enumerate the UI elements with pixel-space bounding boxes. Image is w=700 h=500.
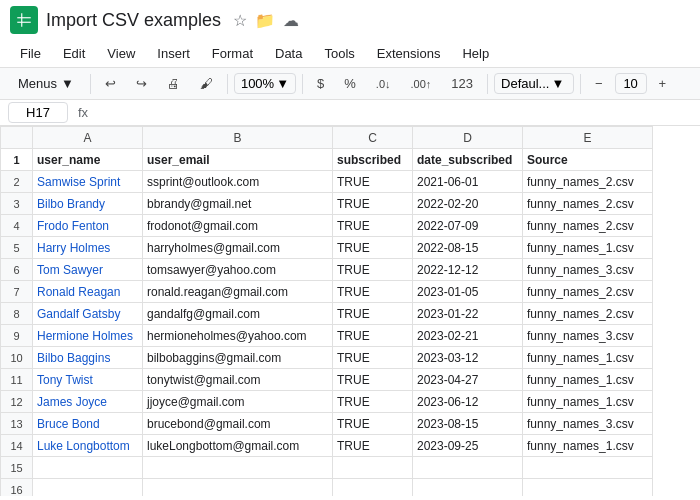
cell-e7[interactable]: funny_names_2.csv: [523, 281, 653, 303]
cell-b12[interactable]: jjoyce@gmail.com: [143, 391, 333, 413]
cell-b8[interactable]: gandalfg@gmail.com: [143, 303, 333, 325]
cell-b5[interactable]: harryholmes@gmail.com: [143, 237, 333, 259]
cell-c10[interactable]: TRUE: [333, 347, 413, 369]
undo-button[interactable]: ↩: [97, 72, 124, 95]
cell-a12[interactable]: James Joyce: [33, 391, 143, 413]
menu-edit[interactable]: Edit: [53, 42, 95, 65]
cell-e6[interactable]: funny_names_3.csv: [523, 259, 653, 281]
menu-help[interactable]: Help: [452, 42, 499, 65]
cell-a1[interactable]: user_name: [33, 149, 143, 171]
cell-c9[interactable]: TRUE: [333, 325, 413, 347]
dec-increase-button[interactable]: .00↑: [403, 74, 440, 94]
cell-a2[interactable]: Samwise Sprint: [33, 171, 143, 193]
cell-c13[interactable]: TRUE: [333, 413, 413, 435]
cell-c5[interactable]: TRUE: [333, 237, 413, 259]
cell-b14[interactable]: lukeLongbottom@gmail.com: [143, 435, 333, 457]
cell-c6[interactable]: TRUE: [333, 259, 413, 281]
star-icon[interactable]: ☆: [233, 11, 247, 30]
cell-d15[interactable]: [413, 457, 523, 479]
cell-b4[interactable]: frodonot@gmail.com: [143, 215, 333, 237]
cell-e8[interactable]: funny_names_2.csv: [523, 303, 653, 325]
cell-e4[interactable]: funny_names_2.csv: [523, 215, 653, 237]
cell-c16[interactable]: [333, 479, 413, 497]
col-header-e[interactable]: E: [523, 127, 653, 149]
cell-e1[interactable]: Source: [523, 149, 653, 171]
cell-e3[interactable]: funny_names_2.csv: [523, 193, 653, 215]
cell-b10[interactable]: bilbobaggins@gmail.com: [143, 347, 333, 369]
cell-c4[interactable]: TRUE: [333, 215, 413, 237]
font-size-increase-button[interactable]: +: [651, 72, 675, 95]
menu-format[interactable]: Format: [202, 42, 263, 65]
cell-c2[interactable]: TRUE: [333, 171, 413, 193]
cell-c7[interactable]: TRUE: [333, 281, 413, 303]
cell-d11[interactable]: 2023-04-27: [413, 369, 523, 391]
cell-b9[interactable]: hermioneholmes@yahoo.com: [143, 325, 333, 347]
cell-d5[interactable]: 2022-08-15: [413, 237, 523, 259]
font-selector[interactable]: Defaul... ▼: [494, 73, 574, 94]
cell-c1[interactable]: subscribed: [333, 149, 413, 171]
cell-b6[interactable]: tomsawyer@yahoo.com: [143, 259, 333, 281]
menu-data[interactable]: Data: [265, 42, 312, 65]
cell-a3[interactable]: Bilbo Brandy: [33, 193, 143, 215]
cell-b1[interactable]: user_email: [143, 149, 333, 171]
cell-e14[interactable]: funny_names_1.csv: [523, 435, 653, 457]
cell-reference[interactable]: H17: [8, 102, 68, 123]
cell-e12[interactable]: funny_names_1.csv: [523, 391, 653, 413]
cell-e10[interactable]: funny_names_1.csv: [523, 347, 653, 369]
menu-extensions[interactable]: Extensions: [367, 42, 451, 65]
font-size-decrease-button[interactable]: −: [587, 72, 611, 95]
currency-button[interactable]: $: [309, 72, 332, 95]
col-header-a[interactable]: A: [33, 127, 143, 149]
formula-input[interactable]: [98, 105, 692, 120]
cell-d9[interactable]: 2023-02-21: [413, 325, 523, 347]
cell-a5[interactable]: Harry Holmes: [33, 237, 143, 259]
cell-d3[interactable]: 2022-02-20: [413, 193, 523, 215]
redo-button[interactable]: ↪: [128, 72, 155, 95]
cell-e16[interactable]: [523, 479, 653, 497]
zoom-selector[interactable]: 100% ▼: [234, 73, 296, 94]
cell-b11[interactable]: tonytwist@gmail.com: [143, 369, 333, 391]
cell-d7[interactable]: 2023-01-05: [413, 281, 523, 303]
cell-a8[interactable]: Gandalf Gatsby: [33, 303, 143, 325]
cell-d1[interactable]: date_subscribed: [413, 149, 523, 171]
cell-d14[interactable]: 2023-09-25: [413, 435, 523, 457]
dec-decrease-button[interactable]: .0↓: [368, 74, 399, 94]
cell-b7[interactable]: ronald.reagan@gmail.com: [143, 281, 333, 303]
cell-b3[interactable]: bbrandy@gmail.net: [143, 193, 333, 215]
menu-insert[interactable]: Insert: [147, 42, 200, 65]
cell-e5[interactable]: funny_names_1.csv: [523, 237, 653, 259]
cell-a16[interactable]: [33, 479, 143, 497]
cell-d2[interactable]: 2021-06-01: [413, 171, 523, 193]
cell-d6[interactable]: 2022-12-12: [413, 259, 523, 281]
cell-b13[interactable]: brucebond@gmail.com: [143, 413, 333, 435]
col-header-b[interactable]: B: [143, 127, 333, 149]
cell-a9[interactable]: Hermione Holmes: [33, 325, 143, 347]
cell-c14[interactable]: TRUE: [333, 435, 413, 457]
menu-tools[interactable]: Tools: [314, 42, 364, 65]
cell-e15[interactable]: [523, 457, 653, 479]
cell-a15[interactable]: [33, 457, 143, 479]
cell-a13[interactable]: Bruce Bond: [33, 413, 143, 435]
cell-d8[interactable]: 2023-01-22: [413, 303, 523, 325]
cell-a14[interactable]: Luke Longbottom: [33, 435, 143, 457]
cell-e2[interactable]: funny_names_2.csv: [523, 171, 653, 193]
cell-a10[interactable]: Bilbo Baggins: [33, 347, 143, 369]
menus-button[interactable]: Menus ▼: [8, 72, 84, 95]
cell-c12[interactable]: TRUE: [333, 391, 413, 413]
cell-e9[interactable]: funny_names_3.csv: [523, 325, 653, 347]
paint-format-button[interactable]: 🖌: [192, 72, 221, 95]
cell-b15[interactable]: [143, 457, 333, 479]
cell-d12[interactable]: 2023-06-12: [413, 391, 523, 413]
cell-a6[interactable]: Tom Sawyer: [33, 259, 143, 281]
cell-a11[interactable]: Tony Twist: [33, 369, 143, 391]
print-button[interactable]: 🖨: [159, 72, 188, 95]
cell-e11[interactable]: funny_names_1.csv: [523, 369, 653, 391]
cell-c3[interactable]: TRUE: [333, 193, 413, 215]
cell-d16[interactable]: [413, 479, 523, 497]
font-size-box[interactable]: 10: [615, 73, 647, 94]
cell-d4[interactable]: 2022-07-09: [413, 215, 523, 237]
menu-file[interactable]: File: [10, 42, 51, 65]
cell-b2[interactable]: ssprint@outlook.com: [143, 171, 333, 193]
cell-d13[interactable]: 2023-08-15: [413, 413, 523, 435]
menu-view[interactable]: View: [97, 42, 145, 65]
